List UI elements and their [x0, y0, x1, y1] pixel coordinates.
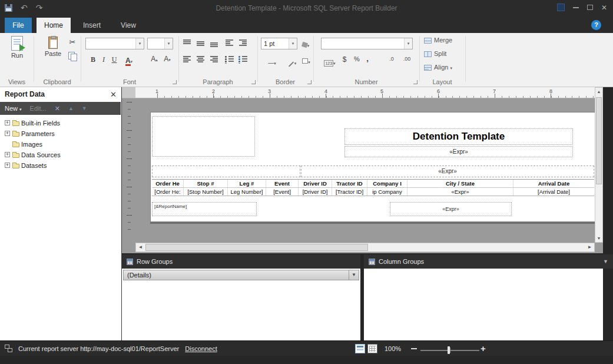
- zoom-in-button[interactable]: +: [481, 343, 486, 353]
- close-icon[interactable]: ✕: [110, 90, 117, 99]
- expand-icon[interactable]: +: [5, 163, 10, 168]
- font-name-combo[interactable]: ▾: [85, 38, 144, 49]
- tab-insert[interactable]: Insert: [75, 18, 108, 33]
- scroll-left-icon[interactable]: ◄: [136, 243, 145, 252]
- table-header-cell[interactable]: Leg #: [227, 180, 266, 187]
- table-value-cell[interactable]: Leg Number]: [227, 188, 266, 196]
- currency-button[interactable]: $: [340, 55, 349, 64]
- tab-file[interactable]: File: [5, 18, 32, 33]
- align-top-button[interactable]: [183, 39, 191, 49]
- align-right-button[interactable]: [210, 55, 218, 66]
- table-header-cell[interactable]: Arrival Date: [513, 180, 594, 187]
- table-header-cell[interactable]: City / State: [407, 180, 513, 187]
- footer-expression-textbox[interactable]: «Expr»: [390, 202, 512, 216]
- tree-item-datasets[interactable]: +Datasets: [0, 160, 121, 171]
- move-down-icon[interactable]: ▼: [82, 105, 87, 111]
- header-textbox-empty[interactable]: [152, 116, 255, 157]
- tab-home[interactable]: Home: [37, 18, 71, 33]
- tablix[interactable]: Order He Stop # Leg # Event Driver ID Tr…: [152, 179, 594, 196]
- chevron-down-icon[interactable]: ▾: [404, 38, 412, 49]
- fill-color-button[interactable]: ▾: [299, 39, 312, 49]
- border-style-button[interactable]: —▾: [261, 57, 283, 67]
- design-surface[interactable]: 1 2 3 4 5 6 7 8 Detention Template «Expr…: [122, 87, 603, 253]
- groups-pane-chevron-icon[interactable]: ▼: [603, 254, 608, 269]
- bullet-list-button[interactable]: [225, 55, 234, 66]
- table-value-cell[interactable]: [Driver ID]: [298, 188, 332, 196]
- paste-button[interactable]: Paste: [40, 37, 66, 57]
- cut-icon[interactable]: ✂: [67, 38, 78, 47]
- increase-indent-button[interactable]: [238, 39, 247, 49]
- move-up-icon[interactable]: ▲: [68, 105, 74, 111]
- border-width-combo[interactable]: 1 pt▾: [261, 38, 297, 49]
- bold-button[interactable]: B: [88, 55, 98, 64]
- align-menu-button[interactable]: Align ▾: [424, 64, 462, 74]
- expand-icon[interactable]: +: [5, 131, 10, 136]
- table-header-cell[interactable]: Driver ID: [298, 180, 332, 187]
- report-page[interactable]: Detention Template «Expr» «Expr» Order H…: [150, 112, 595, 222]
- decrease-indent-button[interactable]: [225, 39, 234, 49]
- delete-icon[interactable]: ✕: [55, 105, 60, 112]
- align-middle-button[interactable]: [196, 39, 205, 49]
- horizontal-scroll-thumb[interactable]: [145, 244, 368, 251]
- edit-button[interactable]: Edit...: [30, 105, 47, 112]
- border-color-button[interactable]: ▾: [286, 57, 299, 67]
- table-header-cell[interactable]: Order He: [152, 180, 183, 187]
- table-value-cell[interactable]: ip Company: [367, 188, 407, 196]
- expand-icon[interactable]: +: [5, 152, 10, 157]
- copy-button[interactable]: [67, 52, 78, 63]
- zoom-slider-track[interactable]: [420, 350, 479, 351]
- font-color-button[interactable]: A▾: [121, 55, 137, 66]
- new-menu-button[interactable]: New ▾: [5, 105, 22, 112]
- tree-item-images[interactable]: Images: [0, 139, 121, 150]
- align-bottom-button[interactable]: [210, 39, 218, 49]
- table-value-cell[interactable]: [Order He:: [152, 188, 183, 196]
- number-format-combo[interactable]: ▾: [321, 38, 413, 49]
- numbered-list-button[interactable]: [238, 55, 247, 66]
- table-header-cell[interactable]: Event: [266, 180, 298, 187]
- table-header-cell[interactable]: Company I: [367, 180, 407, 187]
- disconnect-link[interactable]: Disconnect: [185, 345, 217, 352]
- italic-button[interactable]: I: [99, 55, 108, 64]
- chevron-down-icon[interactable]: ▾: [164, 38, 173, 49]
- run-view-button[interactable]: [367, 344, 377, 353]
- tree-item-data-sources[interactable]: +Data Sources: [0, 150, 121, 160]
- band-textbox-empty[interactable]: [152, 166, 300, 177]
- table-value-cell[interactable]: «Expr»: [407, 188, 513, 196]
- chevron-down-icon[interactable]: ▾: [289, 38, 297, 49]
- maximize-button[interactable]: [587, 5, 593, 10]
- background-swatch-button[interactable]: ▾: [300, 55, 313, 66]
- chevron-down-icon[interactable]: ▼: [349, 270, 359, 280]
- band-expression-textbox[interactable]: «Expr»: [301, 166, 594, 177]
- table-header-cell[interactable]: Stop #: [183, 180, 227, 187]
- design-view-button[interactable]: [355, 344, 365, 353]
- zoom-out-button[interactable]: [411, 348, 417, 349]
- close-button[interactable]: ✕: [601, 4, 607, 11]
- decrease-decimal-button[interactable]: .00: [400, 56, 413, 62]
- subtitle-expression-textbox[interactable]: «Expr»: [344, 146, 573, 157]
- table-header-cell[interactable]: Tractor ID: [332, 180, 367, 187]
- report-title-textbox[interactable]: Detention Template: [344, 128, 573, 145]
- grow-font-button[interactable]: A▴: [148, 55, 160, 63]
- underline-button[interactable]: U: [110, 55, 119, 64]
- table-value-cell[interactable]: [Event]: [266, 188, 298, 196]
- footer-reportname-textbox[interactable]: [&ReportName]: [152, 202, 257, 216]
- scroll-up-icon[interactable]: ▲: [595, 90, 602, 94]
- align-center-button[interactable]: [196, 55, 205, 66]
- merge-button[interactable]: Merge: [424, 37, 462, 47]
- tab-view[interactable]: View: [113, 18, 144, 33]
- increase-decimal-button[interactable]: .0: [386, 56, 397, 62]
- table-value-cell[interactable]: [Stop Number]: [183, 188, 227, 196]
- comma-button[interactable]: ,: [364, 54, 371, 63]
- number-preset-button[interactable]: 123▾: [321, 57, 339, 67]
- vertical-scroll-thumb[interactable]: [596, 97, 602, 184]
- scroll-down-icon[interactable]: ▼: [595, 236, 602, 240]
- horizontal-scrollbar[interactable]: ◄ ►: [135, 243, 595, 252]
- help-icon[interactable]: ?: [591, 20, 601, 30]
- vertical-scrollbar[interactable]: ▲ ▼: [595, 87, 603, 243]
- zoom-slider-thumb[interactable]: [448, 346, 450, 354]
- shrink-font-button[interactable]: A▾: [161, 55, 173, 63]
- details-group-item[interactable]: (Details) ▼: [123, 270, 359, 280]
- scroll-right-icon[interactable]: ►: [585, 243, 594, 252]
- tree-item-parameters[interactable]: +Parameters: [0, 128, 121, 139]
- minimize-button[interactable]: [573, 7, 579, 8]
